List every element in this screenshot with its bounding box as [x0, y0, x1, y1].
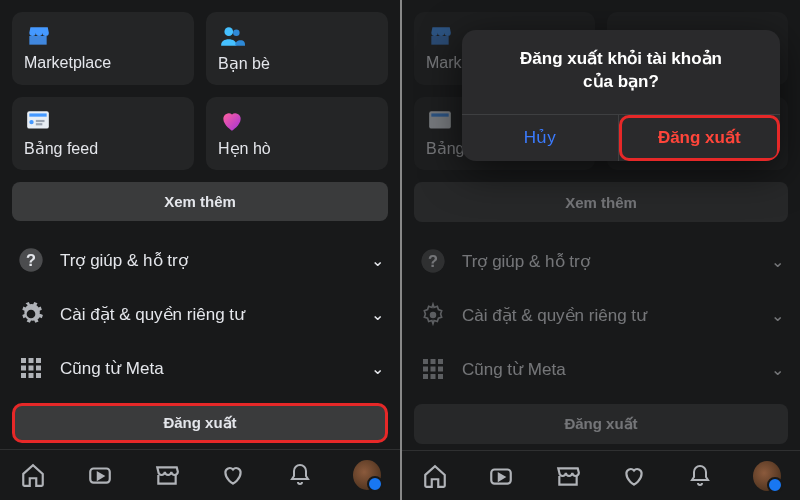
row-label: Cài đặt & quyền riêng tư [462, 305, 757, 326]
svg-rect-17 [36, 373, 41, 378]
marketplace-nav-icon[interactable] [554, 462, 582, 490]
dialog-confirm-button[interactable]: Đăng xuất [619, 115, 781, 161]
home-icon[interactable] [421, 462, 449, 490]
svg-rect-6 [36, 123, 43, 125]
chevron-down-icon: ⌄ [371, 359, 384, 378]
shortcut-grid: Marketplace Bạn bè Bảng feed Hẹn hò [0, 0, 400, 170]
friends-icon [218, 22, 246, 50]
row-label: Trợ giúp & hỗ trợ [462, 251, 757, 272]
bottom-nav [0, 449, 400, 500]
bottom-nav [402, 450, 800, 500]
svg-rect-11 [36, 358, 41, 363]
marketplace-nav-icon[interactable] [153, 461, 181, 489]
screen-logout-dialog: Marketplace Bạn bè Bảng feed Hẹn hò Xem … [400, 0, 800, 500]
svg-rect-24 [423, 359, 428, 364]
logout-wrap: Đăng xuất [0, 395, 400, 449]
svg-rect-13 [29, 366, 34, 371]
row-help[interactable]: ? Trợ giúp & hỗ trợ ⌄ [0, 233, 400, 287]
notifications-icon[interactable] [286, 461, 314, 489]
help-icon: ? [16, 245, 46, 275]
row-settings: Cài đặt & quyền riêng tư ⌄ [402, 288, 800, 342]
svg-rect-29 [438, 367, 443, 372]
heart-icon [218, 107, 246, 135]
logout-button: Đăng xuất [414, 404, 788, 444]
svg-rect-19 [429, 111, 451, 128]
watch-icon[interactable] [86, 461, 114, 489]
svg-text:?: ? [428, 252, 438, 270]
row-label: Cũng từ Meta [462, 359, 757, 380]
chevron-down-icon: ⌄ [371, 305, 384, 324]
marketplace-icon [24, 22, 52, 50]
row-settings[interactable]: Cài đặt & quyền riêng tư ⌄ [0, 287, 400, 341]
row-label: Cũng từ Meta [60, 358, 357, 379]
marketplace-icon [426, 22, 454, 50]
svg-rect-15 [21, 373, 26, 378]
tile-dating[interactable]: Hẹn hò [206, 97, 388, 170]
svg-rect-32 [438, 374, 443, 379]
dialog-buttons: Hủy Đăng xuất [462, 114, 780, 161]
svg-rect-10 [29, 358, 34, 363]
watch-icon[interactable] [487, 462, 515, 490]
help-icon: ? [418, 246, 448, 276]
logout-confirm-dialog: Đăng xuất khỏi tài khoảncủa bạn? Hủy Đăn… [462, 30, 780, 161]
row-meta[interactable]: Cũng từ Meta ⌄ [0, 341, 400, 395]
apps-grid-icon [418, 354, 448, 384]
svg-point-0 [224, 27, 233, 36]
tile-label: Bạn bè [218, 54, 376, 73]
feeds-icon [426, 107, 454, 135]
row-label: Trợ giúp & hỗ trợ [60, 250, 357, 271]
svg-rect-16 [29, 373, 34, 378]
dating-nav-icon[interactable] [219, 461, 247, 489]
svg-rect-27 [423, 367, 428, 372]
menu-avatar[interactable] [753, 462, 781, 490]
svg-rect-14 [36, 366, 41, 371]
svg-point-4 [29, 120, 33, 124]
tile-label: Hẹn hò [218, 139, 376, 158]
tile-label: Marketplace [24, 54, 182, 72]
row-label: Cài đặt & quyền riêng tư [60, 304, 357, 325]
svg-rect-28 [431, 367, 436, 372]
avatar [753, 461, 781, 491]
row-meta: Cũng từ Meta ⌄ [402, 342, 800, 396]
svg-point-1 [233, 30, 240, 37]
svg-rect-25 [431, 359, 436, 364]
chevron-down-icon: ⌄ [771, 252, 784, 271]
feeds-icon [24, 107, 52, 135]
gear-icon [418, 300, 448, 330]
svg-text:?: ? [26, 251, 36, 269]
dialog-message: Đăng xuất khỏi tài khoảncủa bạn? [462, 30, 780, 114]
chevron-down-icon: ⌄ [771, 306, 784, 325]
svg-rect-5 [36, 120, 45, 122]
row-help: ? Trợ giúp & hỗ trợ ⌄ [402, 234, 800, 288]
tile-friends[interactable]: Bạn bè [206, 12, 388, 85]
see-more-button[interactable]: Xem thêm [12, 182, 388, 221]
svg-rect-3 [29, 113, 46, 116]
screen-menu: Marketplace Bạn bè Bảng feed Hẹn hò Xem … [0, 0, 400, 500]
svg-rect-12 [21, 366, 26, 371]
menu-avatar[interactable] [353, 461, 381, 489]
tile-feeds[interactable]: Bảng feed [12, 97, 194, 170]
chevron-down-icon: ⌄ [371, 251, 384, 270]
settings-list: ? Trợ giúp & hỗ trợ ⌄ Cài đặt & quyền ri… [0, 233, 400, 395]
svg-point-23 [430, 312, 437, 319]
svg-rect-9 [21, 358, 26, 363]
tile-label: Bảng feed [24, 139, 182, 158]
see-more-button: Xem thêm [414, 182, 788, 222]
svg-rect-20 [431, 113, 448, 116]
gear-icon [16, 299, 46, 329]
dialog-cancel-button[interactable]: Hủy [462, 115, 619, 161]
logout-button[interactable]: Đăng xuất [12, 403, 388, 443]
chevron-down-icon: ⌄ [771, 360, 784, 379]
avatar [353, 460, 381, 490]
apps-grid-icon [16, 353, 46, 383]
svg-rect-31 [431, 374, 436, 379]
svg-rect-26 [438, 359, 443, 364]
tile-marketplace[interactable]: Marketplace [12, 12, 194, 85]
svg-rect-30 [423, 374, 428, 379]
home-icon[interactable] [19, 461, 47, 489]
dating-nav-icon[interactable] [620, 462, 648, 490]
notifications-icon[interactable] [686, 462, 714, 490]
svg-point-21 [421, 249, 444, 272]
